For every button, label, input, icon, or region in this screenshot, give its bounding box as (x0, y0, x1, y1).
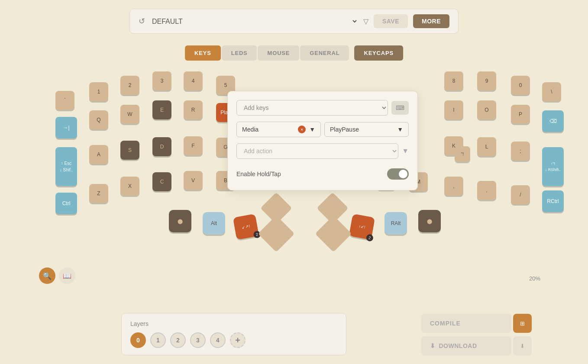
key-config-popup: Add keys ⌨ Media × ▼ PlayPause ▼ Add act… (227, 91, 418, 190)
key-0[interactable]: 0 (511, 76, 530, 95)
key-2[interactable]: 2 (120, 76, 139, 95)
key-8[interactable]: 8 (444, 71, 463, 90)
layer-add-button[interactable]: + (230, 332, 246, 348)
layer-dot-0[interactable]: 0 (130, 332, 146, 348)
keyboard-icon-button[interactable]: ⌨ (391, 101, 409, 115)
download-extra-button[interactable]: ⬇ (513, 336, 532, 355)
key-comma[interactable]: , (444, 177, 463, 196)
compile-button[interactable]: COMPILE (421, 314, 511, 333)
key-backtick[interactable]: ` (55, 91, 74, 110)
add-action-row: Add action ▼ (236, 143, 409, 159)
key-v[interactable]: V (184, 171, 203, 190)
key-s[interactable]: S (120, 141, 139, 160)
remove-modifier-button[interactable]: × (298, 126, 306, 133)
key-ctrl[interactable]: Ctrl (55, 193, 77, 214)
key-d[interactable]: D (152, 137, 171, 156)
key-tab[interactable]: →| (55, 117, 77, 139)
key-thumb-left3[interactable]: ↙↗! 2 (233, 214, 259, 240)
key-backspace[interactable]: ⌫ (542, 110, 564, 132)
tab-general[interactable]: GENERAL (300, 45, 349, 61)
key-l[interactable]: L (477, 137, 496, 156)
tab-bar: KEYS LEDS MOUSE GENERAL KEYCAPS (185, 45, 403, 61)
key-slash[interactable]: / (511, 185, 530, 204)
toggle-knob (399, 170, 407, 178)
docs-button[interactable]: 📖 (59, 267, 75, 284)
key-a[interactable]: A (89, 145, 108, 164)
key-semicolon[interactable]: ; (511, 142, 530, 161)
tab-keycaps[interactable]: KEYCAPS (354, 45, 403, 61)
layer-dot-1[interactable]: 1 (150, 332, 166, 348)
add-keys-row: Add keys ⌨ (236, 100, 409, 116)
key-q[interactable]: Q (89, 110, 108, 129)
modifier-action-row: Media × ▼ PlayPause ▼ (236, 122, 409, 137)
more-button[interactable]: MORE (413, 14, 449, 28)
hold-tap-row: Enable Hold/Tap (236, 167, 409, 181)
filter-icon[interactable]: ▽ (363, 17, 368, 26)
key-e[interactable]: E (152, 100, 171, 119)
key-4[interactable]: 4 (184, 71, 203, 90)
hold-tap-toggle[interactable] (387, 168, 409, 180)
reset-icon[interactable]: ↺ (139, 16, 145, 26)
key-z[interactable]: Z (89, 184, 108, 203)
key-o[interactable]: O (477, 100, 496, 119)
top-bar: ↺ DEFAULT ▽ SAVE MORE (129, 9, 459, 34)
tab-mouse[interactable]: MOUSE (258, 45, 300, 61)
key-p[interactable]: P (511, 105, 530, 124)
add-keys-select[interactable]: Add keys (236, 100, 388, 116)
action-select[interactable]: PlayPause ▼ (324, 122, 409, 137)
key-3[interactable]: 3 (152, 71, 171, 90)
key-c[interactable]: C (152, 172, 171, 191)
add-action-select[interactable]: Add action (236, 143, 398, 159)
key-9[interactable]: 9 (477, 71, 496, 90)
key-i[interactable]: I (444, 100, 463, 119)
tab-leds[interactable]: LEDS (222, 45, 257, 61)
layer-dots: 0 1 2 3 4 + (130, 332, 337, 348)
hold-tap-label: Enable Hold/Tap (236, 171, 281, 177)
key-1[interactable]: 1 (89, 82, 108, 101)
search-button[interactable]: 🔍 (39, 267, 55, 284)
key-rshift[interactable]: ↑"! ↓ RShift.. (542, 147, 564, 186)
compile-row: COMPILE ⊞ (421, 314, 532, 333)
key-r[interactable]: R (184, 100, 203, 119)
key-f[interactable]: F (184, 136, 203, 155)
compile-panel: COMPILE ⊞ ⬇ DOWNLOAD ⬇ (421, 314, 532, 355)
key-quote[interactable]: "! (455, 146, 470, 162)
layers-title: Layers (130, 320, 337, 327)
download-row: ⬇ DOWNLOAD ⬇ (421, 336, 532, 355)
key-rctrl[interactable]: RCtrl (542, 190, 564, 212)
compile-icon-button[interactable]: ⊞ (513, 314, 532, 333)
layers-panel: Layers 0 1 2 3 4 + (121, 313, 346, 355)
key-alt[interactable]: Alt (203, 212, 225, 235)
key-w[interactable]: W (120, 105, 139, 124)
bottom-icons: 🔍 📖 (39, 267, 75, 284)
save-button[interactable]: SAVE (374, 14, 408, 28)
key-thumb-left1[interactable]: ⬤ (169, 210, 191, 232)
key-ralt[interactable]: RAlt (384, 212, 407, 235)
key-x[interactable]: X (120, 177, 139, 196)
download-icon: ⬇ (430, 342, 436, 349)
add-action-chevron[interactable]: ▼ (402, 147, 409, 155)
diamond-left-top[interactable] (260, 192, 292, 224)
key-backslash[interactable]: \ (542, 82, 561, 101)
layer-dot-3[interactable]: 3 (190, 332, 206, 348)
diamond-right-top[interactable] (317, 192, 349, 224)
modifier-chevron[interactable]: ▼ (309, 126, 315, 133)
modifier-select[interactable]: Media × ▼ (236, 122, 321, 137)
download-button[interactable]: ⬇ DOWNLOAD (421, 336, 511, 355)
profile-select[interactable]: DEFAULT (150, 17, 358, 26)
key-esc-shift[interactable]: ↑ Esc ↓ Shif.. (55, 147, 77, 186)
key-thumb-right3[interactable]: ⬤ (418, 210, 441, 232)
key-thumb-right1[interactable]: ↑↙! 2 (349, 214, 375, 240)
key-period[interactable]: . (477, 181, 496, 200)
layer-dot-2[interactable]: 2 (170, 332, 186, 348)
action-chevron[interactable]: ▼ (397, 126, 403, 133)
percent-indicator: 20% (529, 275, 540, 282)
tab-keys[interactable]: KEYS (185, 45, 221, 61)
layer-dot-4[interactable]: 4 (210, 332, 226, 348)
